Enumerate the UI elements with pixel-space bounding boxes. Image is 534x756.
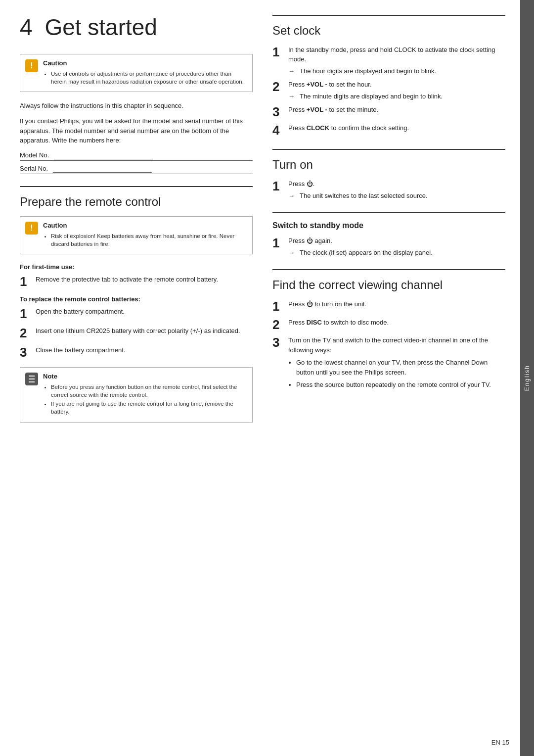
fields-section: Model No. Serial No. <box>20 151 253 174</box>
set-clock-title: Set clock <box>272 24 505 38</box>
find-step-2: 2 Press DISC to switch to disc mode. <box>272 318 505 332</box>
divider-turn-on <box>272 149 505 150</box>
step2-arrow: → The minute digits are displayed and be… <box>288 92 505 101</box>
set-clock-step-1: 1 In the standby mode, press and hold CL… <box>272 45 505 76</box>
caution-content-1: Caution Use of controls or adjustments o… <box>43 59 245 87</box>
set-clock-step-2: 2 Press +VOL - to set the hour. → The mi… <box>272 80 505 101</box>
turn-on-step-1: 1 Press ⏻. → The unit switches to the la… <box>272 179 505 200</box>
find-step-3: 3 Turn on the TV and switch to the corre… <box>272 335 505 393</box>
left-column: 4 Get started ! Caution Use of controls … <box>20 15 253 741</box>
switch-standby-step-1: 1 Press ⏻ again. → The clock (if set) ap… <box>272 236 505 257</box>
step-replace-3: 3 Close the battery compartment. <box>20 345 253 360</box>
caution-icon-1: ! <box>25 59 38 72</box>
body-para-2: If you contact Philips, you will be aske… <box>20 116 253 145</box>
caution-box-2: ! Caution Risk of explosion! Keep batter… <box>20 216 253 254</box>
replace-label: To replace the remote control batteries: <box>20 295 253 303</box>
turn-on-step1-arrow: → The unit switches to the last selected… <box>288 191 505 201</box>
switch-step1-arrow: → The clock (if set) appears on the disp… <box>288 248 505 258</box>
note-box: Note Before you press any function butto… <box>20 367 253 422</box>
caution-box-1: ! Caution Use of controls or adjustments… <box>20 54 253 92</box>
caution-icon-2: ! <box>25 222 38 235</box>
note-icon <box>25 373 38 385</box>
step-replace-2: 2 Insert one lithium CR2025 battery with… <box>20 326 253 340</box>
page-footer: EN 15 <box>491 739 509 746</box>
find-channel-section: Find the correct viewing channel 1 Press… <box>272 269 505 392</box>
model-field: Model No. <box>20 151 253 161</box>
divider-1 <box>20 186 253 187</box>
divider-standby <box>272 212 505 213</box>
switch-standby-section: Switch to standby mode 1 Press ⏻ again. … <box>272 212 505 257</box>
main-content: 4 Get started ! Caution Use of controls … <box>0 0 520 756</box>
find-step3-bullets: Go to the lowest channel on your TV, the… <box>288 358 505 390</box>
divider-set-clock <box>272 15 505 16</box>
set-clock-step-3: 3 Press +VOL - to set the minute. <box>272 105 505 119</box>
caution-content-2: Caution Risk of explosion! Keep batterie… <box>43 222 245 249</box>
page-container: 4 Get started ! Caution Use of controls … <box>0 0 534 756</box>
right-column: Set clock 1 In the standby mode, press a… <box>272 15 505 741</box>
step-first-1: 1 Remove the protective tab to activate … <box>20 275 253 289</box>
body-para-1: Always follow the instructions in this c… <box>20 101 253 111</box>
page-title: 4 Get started <box>20 15 253 40</box>
turn-on-section: Turn on 1 Press ⏻. → The unit switches t… <box>272 149 505 200</box>
note-content: Note Before you press any function butto… <box>43 373 245 417</box>
find-channel-title: Find the correct viewing channel <box>272 278 505 292</box>
turn-on-title: Turn on <box>272 158 505 172</box>
divider-find-channel <box>272 269 505 270</box>
side-tab: English <box>520 0 534 756</box>
switch-standby-title: Switch to standby mode <box>272 221 505 230</box>
serial-field: Serial No. <box>20 165 253 174</box>
set-clock-section: Set clock 1 In the standby mode, press a… <box>272 15 505 137</box>
step-replace-1: 1 Open the battery compartment. <box>20 307 253 321</box>
set-clock-step-4: 4 Press CLOCK to confirm the clock setti… <box>272 123 505 138</box>
find-step-1: 1 Press ⏻ to turn on the unit. <box>272 299 505 314</box>
first-time-label: For first-time use: <box>20 263 253 271</box>
prepare-title: Prepare the remote control <box>20 195 253 209</box>
step1-arrow: → The hour digits are displayed and begi… <box>288 66 505 76</box>
